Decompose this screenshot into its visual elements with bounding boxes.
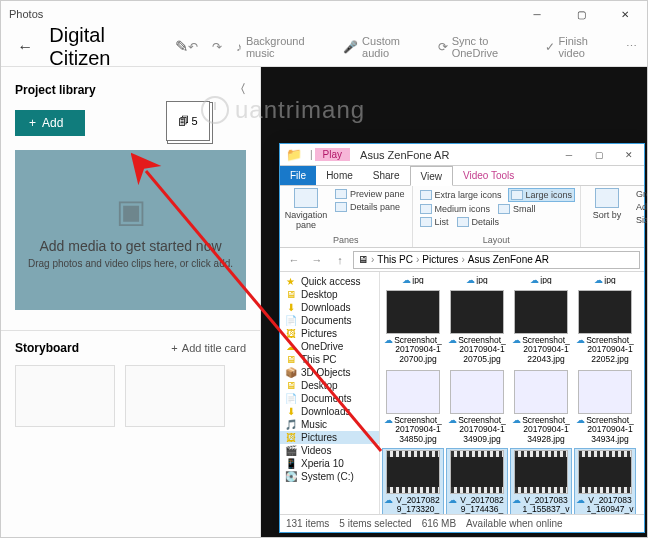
details-view-button[interactable]: Details	[455, 216, 502, 228]
tab-file[interactable]: File	[280, 166, 316, 185]
close-button[interactable]: ✕	[603, 1, 647, 27]
file-item[interactable]: ☁jpg	[446, 274, 508, 286]
sync-icon: ⟳	[438, 40, 448, 54]
preview-pane-button[interactable]: Preview pane	[333, 188, 407, 200]
close-button[interactable]: ✕	[614, 144, 644, 166]
cloud-icon: ☁	[466, 276, 475, 284]
nav-tree[interactable]: ★Quick access🖥Desktop⬇Downloads📄Document…	[280, 272, 380, 514]
cloud-icon: ☁	[384, 416, 393, 444]
file-item[interactable]: ☁Screenshot_20170904-122052.jpg	[574, 288, 636, 366]
undo-button[interactable]: ↶	[188, 40, 198, 54]
tab-video-tools[interactable]: Video Tools	[453, 166, 524, 185]
toolbar: ↶ ↷ ♪Background music 🎤Custom audio ⟳Syn…	[188, 35, 637, 59]
tree-item[interactable]: 🎬Videos	[280, 444, 379, 457]
file-item[interactable]: ☁Screenshot_20170904-134928.jpg	[510, 368, 572, 446]
tree-item[interactable]: 📦3D Objects	[280, 366, 379, 379]
tree-item-label: Downloads	[301, 302, 350, 313]
tab-share[interactable]: Share	[363, 166, 410, 185]
tree-item[interactable]: ⬇Downloads	[280, 301, 379, 314]
file-explorer-window: 📁 | Play Asus ZenFone AR ─ ▢ ✕ File Home…	[279, 143, 645, 533]
finish-video-button[interactable]: ✓Finish video	[545, 35, 612, 59]
file-thumbnail	[386, 450, 440, 494]
file-item[interactable]: ☁Screenshot_20170904-134850.jpg	[382, 368, 444, 446]
nav-forward-button[interactable]: →	[307, 251, 327, 269]
file-item[interactable]: ☁V_20170829_173320_SM.mp4	[382, 448, 444, 514]
edit-title-icon[interactable]: ✎	[175, 37, 188, 56]
extra-large-icons-button[interactable]: Extra large icons	[418, 188, 504, 202]
crumb[interactable]: This PC	[377, 254, 413, 265]
file-name: ☁Screenshot_20170904-120700.jpg	[384, 336, 442, 364]
tree-item-label: Videos	[301, 445, 331, 456]
file-item[interactable]: ☁V_20170829_174436_SM.mp4	[446, 448, 508, 514]
crumb[interactable]: Asus ZenFone AR	[468, 254, 549, 265]
back-button[interactable]: ←	[11, 32, 39, 62]
file-name: ☁Screenshot_20170904-120705.jpg	[448, 336, 506, 364]
file-item[interactable]: ☁V_20170831_155837_vHDR_Auto.mp4	[510, 448, 572, 514]
file-item[interactable]: ☁Screenshot_20170904-120705.jpg	[446, 288, 508, 366]
size-columns-button[interactable]: Size all columns	[634, 214, 648, 226]
sort-by-button[interactable]: Sort by	[586, 188, 628, 220]
add-media-button[interactable]: + Add	[15, 110, 85, 136]
tree-item[interactable]: 💽System (C:)	[280, 470, 379, 483]
tab-view[interactable]: View	[410, 166, 454, 186]
breadcrumb-field[interactable]: 🖥 › This PC › Pictures › Asus ZenFone AR	[353, 251, 640, 269]
maximize-button[interactable]: ▢	[584, 144, 614, 166]
add-title-card-button[interactable]: + Add title card	[171, 342, 246, 354]
small-icons-button[interactable]: Small	[496, 203, 538, 215]
tree-item[interactable]: 🎵Music	[280, 418, 379, 431]
file-item[interactable]: ☁jpg	[382, 274, 444, 286]
ribbon: Navigation pane Preview pane Details pan…	[280, 186, 644, 248]
large-icons-button[interactable]: Large icons	[508, 188, 576, 202]
file-list[interactable]: ☁jpg☁jpg☁jpg☁jpg☁Screenshot_20170904-120…	[380, 272, 644, 514]
crumb[interactable]: Pictures	[422, 254, 458, 265]
list-view-button[interactable]: List	[418, 216, 451, 228]
custom-audio-button[interactable]: 🎤Custom audio	[343, 35, 424, 59]
file-name: ☁Screenshot_20170904-134909.jpg	[448, 416, 506, 444]
file-item[interactable]: ☁V_20170831_160947_vHDR_Auto.mp4	[574, 448, 636, 514]
tree-item[interactable]: 📄Documents	[280, 392, 379, 405]
tree-item[interactable]: 🖼Pictures	[280, 327, 379, 340]
nav-back-button[interactable]: ←	[284, 251, 304, 269]
sync-button[interactable]: ⟳Sync to OneDrive	[438, 35, 531, 59]
file-item[interactable]: ☁Screenshot_20170904-122043.jpg	[510, 288, 572, 366]
ribbon-group-panes: Navigation pane Preview pane Details pan…	[280, 186, 413, 247]
file-item[interactable]: ☁jpg	[574, 274, 636, 286]
tree-item[interactable]: 🖥Desktop	[280, 288, 379, 301]
file-item[interactable]: ☁Screenshot_20170904-134909.jpg	[446, 368, 508, 446]
nav-up-button[interactable]: ↑	[330, 251, 350, 269]
tree-item[interactable]: ☁OneDrive	[280, 340, 379, 353]
tree-item-icon: ⬇	[284, 302, 297, 313]
minimize-button[interactable]: ─	[515, 1, 559, 27]
tree-item[interactable]: 📄Documents	[280, 314, 379, 327]
medium-icons-button[interactable]: Medium icons	[418, 203, 493, 215]
tab-home[interactable]: Home	[316, 166, 363, 185]
redo-button[interactable]: ↷	[212, 40, 222, 54]
add-columns-button[interactable]: Add columns	[634, 201, 648, 213]
tree-item[interactable]: 🖼Pictures	[280, 431, 379, 444]
storyboard-card[interactable]	[15, 365, 115, 427]
explorer-titlebar[interactable]: 📁 | Play Asus ZenFone AR ─ ▢ ✕	[280, 144, 644, 166]
cloud-icon: ☁	[576, 416, 585, 444]
storyboard-card[interactable]	[125, 365, 225, 427]
minimize-button[interactable]: ─	[554, 144, 584, 166]
file-item[interactable]: ☁Screenshot_20170904-120700.jpg	[382, 288, 444, 366]
tree-item[interactable]: ⬇Downloads	[280, 405, 379, 418]
file-item[interactable]: ☁Screenshot_20170904-134934.jpg	[574, 368, 636, 446]
navigation-pane-button[interactable]: Navigation pane	[285, 188, 327, 230]
tree-item[interactable]: 📱Xperia 10	[280, 457, 379, 470]
details-pane-button[interactable]: Details pane	[333, 201, 407, 213]
layout-icon	[420, 204, 432, 214]
file-thumbnail	[578, 290, 632, 334]
tree-item[interactable]: 🖥This PC	[280, 353, 379, 366]
collapse-library-icon[interactable]: 〈	[234, 81, 246, 98]
audio-icon: 🎤	[343, 40, 358, 54]
more-button[interactable]: ⋯	[626, 40, 637, 53]
tree-item[interactable]: 🖥Desktop	[280, 379, 379, 392]
maximize-button[interactable]: ▢	[559, 1, 603, 27]
file-item[interactable]: ☁jpg	[510, 274, 572, 286]
file-thumbnail	[578, 450, 632, 494]
bg-music-button[interactable]: ♪Background music	[236, 35, 329, 59]
group-by-button[interactable]: Group by	[634, 188, 648, 200]
tree-item[interactable]: ★Quick access	[280, 275, 379, 288]
media-drop-zone[interactable]: ▣ Add media to get started now Drag phot…	[15, 150, 246, 310]
